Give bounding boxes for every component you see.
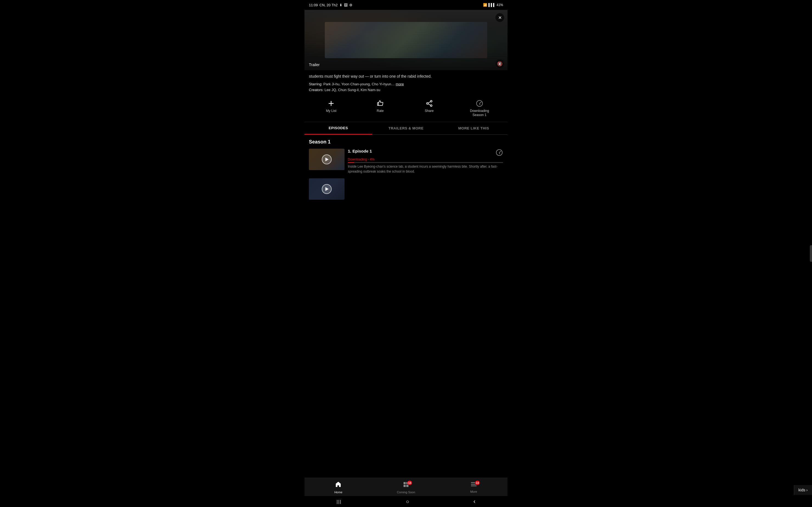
- nav-more[interactable]: 14 More: [440, 480, 508, 495]
- scene-figures: [304, 10, 508, 70]
- settings-icon: ⚙: [349, 3, 352, 7]
- starring-label: Starring:: [309, 82, 322, 86]
- time-display: 11:09: [309, 3, 318, 7]
- episode-2-thumbnail[interactable]: [309, 178, 345, 200]
- starring-names: Park Ji-hu, Yoon Chan-young, Cho Yi-hyun…: [324, 82, 395, 86]
- svg-point-3: [426, 103, 428, 104]
- nav-coming-soon[interactable]: 14 Coming Soon: [372, 480, 440, 495]
- creators-names: Lee JQ, Chun Sung-il, Kim Nam-su: [325, 88, 380, 92]
- description-text: students must fight their way out — or t…: [309, 73, 503, 79]
- coming-soon-label: Coming Soon: [397, 491, 415, 494]
- more-label: More: [470, 490, 477, 493]
- video-background: [304, 10, 508, 70]
- starring-info: Starring: Park Ji-hu, Yoon Chan-young, C…: [309, 81, 503, 87]
- wifi-icon: 📶: [483, 3, 487, 7]
- system-back-icon: ‹: [473, 498, 475, 505]
- download-progress-bar: [348, 162, 503, 163]
- svg-rect-10: [406, 485, 408, 487]
- svg-line-6: [428, 104, 430, 105]
- play-button-2[interactable]: [322, 184, 332, 194]
- episode-item-1: 1. Episode 1 Downloading - 4% Inside Lee…: [309, 149, 503, 174]
- play-triangle-icon: [325, 158, 329, 161]
- rate-icon: [376, 100, 384, 107]
- share-button[interactable]: Share: [421, 100, 438, 117]
- episode-1-thumbnail[interactable]: [309, 149, 345, 170]
- home-icon: [335, 481, 342, 490]
- battery-icon: 41%: [497, 3, 503, 7]
- trailer-label: Trailer: [309, 63, 320, 67]
- creators-label: Creators:: [309, 88, 324, 92]
- episodes-section: Season 1 1. Episode 1 Downloadin: [304, 135, 508, 209]
- close-button[interactable]: ✕: [496, 13, 504, 22]
- more-link[interactable]: more: [396, 82, 404, 86]
- close-icon: ✕: [498, 15, 502, 20]
- system-menu-button[interactable]: |||: [331, 497, 347, 507]
- svg-point-2: [430, 100, 432, 102]
- episode-1-download-icon[interactable]: [496, 149, 503, 156]
- downloading-label: DownloadingSeason 1: [470, 109, 489, 117]
- tab-more-like-this[interactable]: MORE LIKE THIS: [440, 122, 508, 134]
- downloading-icon: [476, 100, 483, 107]
- season-title: Season 1: [309, 139, 503, 145]
- system-menu-icon: |||: [337, 499, 342, 504]
- rate-button[interactable]: Rate: [372, 100, 389, 117]
- svg-line-5: [428, 102, 430, 103]
- system-back-button[interactable]: ‹: [468, 496, 481, 507]
- system-home-button[interactable]: ○: [401, 496, 415, 507]
- creators-info: Creators: Lee JQ, Chun Sung-il, Kim Nam-…: [309, 87, 503, 93]
- downloading-progress: Downloading - 4%: [348, 158, 503, 161]
- status-bar: 11:09 CN, 20 Th2 ⬇ 🖼 ⚙ 📶 ▌▌▌ 41%: [304, 0, 508, 10]
- my-list-label: My List: [326, 109, 336, 113]
- image-icon: 🖼: [344, 3, 348, 7]
- action-buttons-row: My List Rate Sh: [304, 95, 508, 122]
- mute-button[interactable]: 🔇: [496, 59, 504, 68]
- episode-1-title: 1. Episode 1: [348, 149, 372, 153]
- bottom-nav: Home 14 Coming Soon 14 More: [304, 477, 508, 496]
- video-player[interactable]: ✕ Trailer 🔇: [304, 10, 508, 70]
- progress-bar-fill: [348, 162, 354, 163]
- system-home-icon: ○: [406, 499, 409, 505]
- more-badge: 14: [475, 481, 480, 485]
- episode-item-2: [309, 178, 503, 200]
- carrier-display: CN, 20 Th2: [320, 3, 338, 7]
- tab-episodes[interactable]: EPISODES: [304, 122, 372, 135]
- rate-label: Rate: [376, 109, 384, 113]
- content-area: students must fight their way out — or t…: [304, 70, 508, 209]
- my-list-icon: [327, 100, 335, 107]
- home-label: Home: [334, 491, 342, 494]
- svg-rect-9: [404, 485, 406, 487]
- nav-home[interactable]: Home: [304, 480, 372, 495]
- coming-soon-badge: 14: [407, 481, 412, 485]
- episode-1-description: Inside Lee Byeong-chan's science lab, a …: [348, 164, 503, 174]
- tab-trailers[interactable]: TRAILERS & MORE: [372, 122, 440, 134]
- description-section: students must fight their way out — or t…: [304, 70, 508, 95]
- svg-point-4: [430, 105, 432, 106]
- tabs-container: EPISODES TRAILERS & MORE MORE LIKE THIS: [304, 122, 508, 135]
- download-icon: ⬇: [339, 3, 342, 7]
- play-button[interactable]: [322, 155, 332, 164]
- episode-1-title-row: 1. Episode 1: [348, 149, 503, 156]
- my-list-button[interactable]: My List: [323, 100, 339, 117]
- episode-1-info: 1. Episode 1 Downloading - 4% Inside Lee…: [348, 149, 503, 174]
- svg-rect-7: [404, 482, 406, 484]
- system-nav-bar: ||| ○ ‹: [304, 496, 508, 507]
- play-triangle-icon-2: [325, 187, 329, 191]
- downloading-button[interactable]: DownloadingSeason 1: [470, 100, 489, 117]
- signal-icon: ▌▌▌: [488, 3, 496, 7]
- clock-download-icon: [496, 149, 503, 156]
- share-label: Share: [425, 109, 434, 113]
- share-icon: [425, 100, 433, 107]
- mute-icon: 🔇: [497, 61, 503, 66]
- status-right: 📶 ▌▌▌ 41%: [483, 3, 503, 7]
- status-left: 11:09 CN, 20 Th2 ⬇ 🖼 ⚙: [309, 3, 352, 7]
